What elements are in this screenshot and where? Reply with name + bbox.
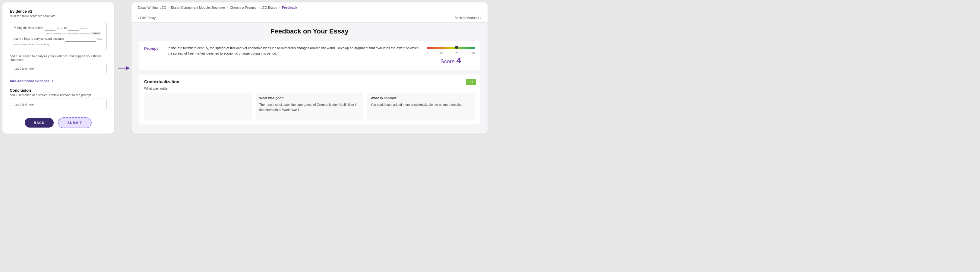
prompt-section: Prompt In the late twentieth century, th…: [139, 41, 480, 70]
breadcrumb-bar: Essay Writing: LEQ › Essay Component Mod…: [132, 2, 488, 13]
back-to-modules-button[interactable]: Back to Modules ›: [454, 15, 482, 20]
chevron-left-icon: ‹: [137, 15, 139, 20]
col-good-header: What was good: [259, 96, 360, 100]
conclusion-subtitle: add 1 sentence of historical context rel…: [10, 93, 107, 97]
nav-bar: ‹ Edit Essay Back to Modules ›: [132, 13, 488, 22]
causing-text: causing: [91, 32, 101, 35]
col-improve-header: What to improve: [371, 96, 471, 100]
evidence-subtitle: fill in the topic sentence template: [10, 14, 107, 18]
col-box-good: What was good The response situates the …: [256, 92, 364, 120]
to-text: to: [64, 26, 67, 30]
score-bar-container: [427, 46, 475, 50]
tick-75: 75: [455, 52, 458, 54]
template-box: During the time period (date) to (date) …: [10, 22, 107, 50]
world-context-blank: [14, 31, 45, 36]
date-label-1: (date): [57, 27, 63, 30]
right-panel: Essay Writing: LEQ › Essay Component Mod…: [132, 2, 488, 134]
score-bar: [427, 47, 475, 49]
back-to-modules-label: Back to Modules: [454, 16, 479, 20]
breadcrumb-sep-3: ›: [258, 5, 259, 10]
col-good-text: The response situates the emergence of G…: [259, 102, 360, 113]
contextualization-title: Contextualization: [144, 79, 475, 84]
three-col: What was good The response situates the …: [144, 92, 475, 120]
why-blank: [65, 36, 95, 41]
date-blank-2: [68, 25, 79, 31]
col-box-improve: What to improve You could have added mor…: [367, 92, 475, 120]
analysis-label: add 1 sentence to analysis your evidence…: [10, 54, 107, 62]
breadcrumb-module[interactable]: Essay Component Module: Beginner: [171, 6, 225, 10]
world-context-label: (world context: what event was occurring…: [46, 32, 90, 35]
template-prefix2: many things to stay constant because: [14, 37, 64, 40]
score-number: 4: [457, 56, 461, 65]
tick-0: 0: [427, 52, 428, 54]
back-button[interactable]: BACK: [25, 118, 54, 127]
main-content: Feedback on Your Essay Prompt In the lat…: [132, 22, 488, 134]
col-improve-text: You could have added more contextualizat…: [371, 102, 471, 107]
contextualization-section: Contextualization +1 What was written Wh…: [139, 75, 480, 124]
what-written-label: What was written: [144, 87, 475, 90]
score-dot: [455, 46, 458, 49]
conclusion-input[interactable]: [10, 99, 107, 110]
score-widget: 0 65 75 100 Score 4: [427, 46, 475, 65]
tick-100: 100: [470, 52, 475, 54]
submit-arrow-icon: [118, 65, 130, 71]
breadcrumb-sep-2: ›: [227, 5, 228, 10]
submit-button[interactable]: SUBMIT: [58, 117, 92, 128]
breadcrumb-feedback[interactable]: Feedback: [282, 6, 298, 10]
bottom-buttons: BACK SUBMIT: [2, 117, 114, 128]
date-label-2: (date): [81, 27, 87, 30]
date-blank-1: [45, 25, 56, 31]
add-evidence-label: Add additional evidence: [10, 79, 49, 83]
template-prefix1: During the time period: [14, 26, 43, 30]
conclusion-section: Conclusion add 1 sentence of historical …: [10, 88, 107, 110]
feedback-title: Feedback on Your Essay: [139, 27, 480, 35]
analysis-input[interactable]: [10, 63, 107, 74]
score-word: Score: [441, 59, 455, 65]
breadcrumb-essay-writing[interactable]: Essay Writing: LEQ: [137, 6, 166, 10]
chevron-right-icon: ›: [480, 15, 482, 20]
edit-essay-button[interactable]: ‹ Edit Essay: [137, 15, 156, 20]
score-ticks: 0 65 75 100: [427, 52, 475, 54]
prompt-label: Prompt: [144, 46, 162, 51]
arrow-container: [116, 0, 132, 136]
plus-badge: +1: [466, 79, 476, 85]
prompt-text: In the late twentieth century, the sprea…: [168, 46, 421, 56]
breadcrumb-sep-4: ›: [279, 5, 280, 10]
add-icon: +: [51, 79, 53, 83]
col-box-written: [144, 92, 252, 120]
tick-65: 65: [440, 52, 443, 54]
conclusion-title: Conclusion: [10, 88, 107, 92]
svg-marker-1: [126, 66, 130, 70]
edit-essay-label: Edit Essay: [140, 16, 156, 20]
breadcrumb-sep-1: ›: [168, 5, 169, 10]
left-panel: Evidence #2 fill in the topic sentence t…: [2, 2, 114, 134]
score-value: Score 4: [441, 56, 461, 65]
add-evidence-button[interactable]: Add additional evidence +: [10, 79, 107, 83]
breadcrumb-leq-essay[interactable]: LEQ Essay: [261, 6, 277, 10]
breadcrumb-choose-prompt[interactable]: Choose a Prompt: [230, 6, 256, 10]
evidence-title: Evidence #2: [10, 9, 107, 14]
